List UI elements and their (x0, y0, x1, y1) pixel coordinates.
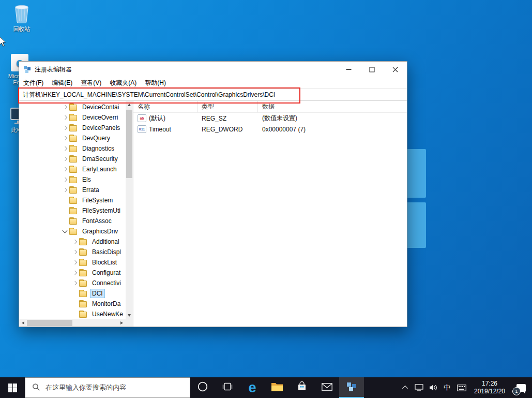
windows-logo-pane (406, 149, 426, 198)
tree-item-label: EarlyLaunch (80, 165, 119, 174)
vertical-scroll-thumb[interactable] (126, 110, 132, 178)
chevron-right-icon[interactable] (61, 134, 69, 142)
network-button[interactable] (412, 377, 426, 398)
chevron-right-icon[interactable] (61, 155, 69, 163)
chevron-right-icon[interactable] (61, 175, 69, 184)
window-titlebar[interactable]: 注册表编辑器 (19, 62, 407, 77)
chevron-placeholder (71, 289, 79, 298)
menu-edit[interactable]: 编辑(E) (48, 77, 77, 89)
close-button[interactable] (384, 62, 407, 77)
chevron-right-icon[interactable] (61, 113, 69, 122)
chevron-right-icon[interactable] (61, 124, 69, 132)
chevron-right-icon[interactable] (71, 279, 79, 287)
minimize-button[interactable] (337, 62, 360, 77)
cortana-button[interactable] (190, 377, 215, 398)
window-title: 注册表编辑器 (35, 65, 337, 74)
tree-item[interactable]: Configurat (19, 268, 126, 278)
folder-icon (79, 239, 87, 245)
regedit-app-icon (23, 65, 32, 73)
tree-item[interactable]: Diagnostics (19, 143, 126, 154)
horizontal-scroll-thumb[interactable] (27, 320, 72, 326)
tree-item[interactable]: FileSystemUti (19, 205, 126, 216)
tree-vertical-scrollbar[interactable] (126, 101, 133, 319)
registry-values-pane: 名称 类型 数据 ab (默认) REG_SZ (数值未设置) 011 Time… (133, 101, 407, 327)
ime-indicator[interactable]: 中 (440, 377, 454, 398)
regedit-taskbar-button[interactable] (339, 377, 364, 398)
value-row-default[interactable]: ab (默认) REG_SZ (数值未设置) (133, 113, 407, 124)
taskbar-search-input[interactable]: 在这里输入你要搜索的内容 (25, 377, 190, 398)
clock[interactable]: 17:26 2019/12/20 (469, 377, 510, 398)
tree-item-label: UseNewKe (90, 309, 125, 319)
column-header-type[interactable]: 类型 (197, 101, 258, 112)
store-button[interactable] (290, 377, 314, 398)
tree-horizontal-scrollbar[interactable] (19, 319, 126, 327)
registry-editor-window: 注册表编辑器 文件(F) 编辑(E) 查看(V) 收藏夹(A) 帮助(H) 计算… (19, 61, 407, 327)
tree-item[interactable]: DeviceContai (19, 102, 126, 112)
column-header-name[interactable]: 名称 (133, 101, 197, 112)
chevron-right-icon[interactable] (71, 258, 79, 267)
tree-item[interactable]: BlockList (19, 257, 126, 268)
taskbar: 在这里输入你要搜索的内容 e (0, 377, 532, 398)
task-view-icon (222, 382, 233, 393)
scroll-left-icon[interactable] (22, 321, 24, 325)
clock-date: 2019/12/20 (474, 388, 505, 395)
action-center-button[interactable]: 1 (510, 377, 532, 398)
menu-file[interactable]: 文件(F) (19, 77, 48, 89)
scroll-up-icon[interactable] (128, 104, 131, 106)
mail-button[interactable] (314, 377, 339, 398)
desktop-icon-recycle-bin[interactable]: 回收站 (5, 4, 38, 33)
touch-keyboard-button[interactable] (454, 377, 469, 398)
tree-item-dci-selected[interactable]: DCI (19, 288, 126, 299)
edge-button[interactable]: e (240, 377, 265, 398)
chevron-down-icon[interactable] (61, 227, 69, 235)
column-header-data[interactable]: 数据 (258, 101, 407, 112)
network-icon (415, 384, 423, 391)
maximize-button[interactable] (360, 62, 384, 77)
value-row-timeout[interactable]: 011 Timeout REG_DWORD 0x00000007 (7) (133, 124, 407, 135)
tree-item-label: DCI (90, 289, 105, 298)
chevron-right-icon[interactable] (71, 248, 79, 256)
menu-help[interactable]: 帮助(H) (141, 77, 170, 89)
tree-item[interactable]: MonitorDa (19, 299, 126, 309)
tree-item[interactable]: Connectivi (19, 278, 126, 288)
tree-item[interactable]: DevicePanels (19, 123, 126, 133)
search-placeholder: 在这里输入你要搜索的内容 (45, 383, 126, 392)
tree-item[interactable]: DevQuery (19, 133, 126, 143)
chevron-right-icon[interactable] (61, 144, 69, 153)
store-icon (297, 381, 307, 394)
chevron-placeholder (71, 310, 79, 318)
chevron-right-icon[interactable] (71, 269, 79, 277)
tree-item[interactable]: GraphicsDriv (19, 226, 126, 237)
task-view-button[interactable] (215, 377, 240, 398)
chevron-placeholder (61, 196, 69, 204)
keyboard-icon (457, 385, 466, 391)
tree-item[interactable]: UseNewKe (19, 309, 126, 319)
reg-dword-icon: 011 (138, 125, 146, 133)
volume-button[interactable] (426, 377, 440, 398)
registry-tree-pane: DeviceContai DeviceOverri DevicePanels D… (19, 101, 133, 327)
folder-icon (79, 290, 87, 297)
tree-item[interactable]: Els (19, 174, 126, 185)
scroll-right-icon[interactable] (120, 321, 123, 325)
folder-icon (79, 280, 87, 287)
tree-item[interactable]: FileSystem (19, 195, 126, 205)
tray-expand-button[interactable] (400, 377, 412, 398)
chevron-right-icon[interactable] (61, 103, 69, 111)
file-explorer-button[interactable] (265, 377, 290, 398)
menu-favorites[interactable]: 收藏夹(A) (105, 77, 141, 89)
start-button[interactable] (0, 377, 25, 398)
registry-address-bar[interactable]: 计算机\HKEY_LOCAL_MACHINE\SYSTEM\CurrentCon… (19, 89, 407, 101)
scroll-down-icon[interactable] (128, 314, 131, 317)
tree-item[interactable]: Errata (19, 185, 126, 195)
chevron-right-icon[interactable] (71, 238, 79, 246)
tree-item[interactable]: DeviceOverri (19, 112, 126, 123)
chevron-right-icon[interactable] (61, 165, 69, 173)
tree-item[interactable]: FontAssoc (19, 216, 126, 226)
tree-item[interactable]: DmaSecurity (19, 154, 126, 164)
tree-item[interactable]: EarlyLaunch (19, 164, 126, 174)
chevron-right-icon[interactable] (61, 186, 69, 194)
menu-view[interactable]: 查看(V) (77, 77, 105, 89)
tree-item[interactable]: BasicDispl (19, 247, 126, 257)
mail-icon (322, 383, 332, 393)
tree-item[interactable]: Additional (19, 237, 126, 247)
